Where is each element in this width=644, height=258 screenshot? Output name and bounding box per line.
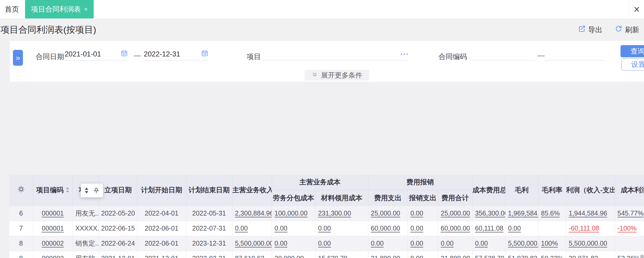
cost-total-link[interactable]: 356,300.00	[472, 206, 505, 221]
gross-link[interactable]: 5,500,000.00	[505, 236, 538, 251]
reimburse-link[interactable]: 0.00	[408, 221, 438, 236]
code-range-dash: —	[537, 51, 545, 60]
expense-link[interactable]: 25,000.00	[368, 206, 408, 221]
column-group-expense: 费用报销	[368, 175, 472, 190]
expense-link[interactable]: 60,000.00	[368, 221, 408, 236]
project-code-link[interactable]: 000002	[33, 236, 73, 251]
column-header-labor-cost[interactable]: 劳务分包成本	[272, 190, 315, 206]
column-header-expense[interactable]: 费用支出	[368, 190, 408, 206]
double-chevron-right-icon: »	[16, 53, 20, 62]
refresh-button[interactable]: 刷新	[615, 25, 639, 35]
cost-total-link[interactable]: 0.00	[472, 236, 505, 251]
gross-rate-link[interactable]: 59.32%	[538, 251, 566, 258]
expense-link[interactable]: 21,899.00	[368, 251, 408, 258]
expense-total-link[interactable]: 0.00	[438, 236, 472, 251]
profit-link[interactable]: 1,944,584.96	[566, 206, 615, 221]
expense-total-link[interactable]: 60,000.00	[438, 221, 472, 236]
column-header-plan-end[interactable]: 计划结束日期	[186, 175, 232, 206]
column-header-project-code[interactable]: 项目编码	[33, 175, 73, 206]
expense-total-link[interactable]: 25,000.00	[438, 206, 472, 221]
ellipsis-picker-icon[interactable]: ···	[400, 50, 409, 58]
revenue-link[interactable]: 87,610.62	[232, 251, 272, 258]
material-cost-link[interactable]: 231,300.00	[315, 206, 368, 221]
contract-date-to-input[interactable]: 2022-12-31	[144, 48, 208, 60]
cost-total-link[interactable]: 57,538.79	[472, 251, 505, 258]
cost-total-link[interactable]: 60,111.08	[472, 221, 505, 236]
gross-link[interactable]: 51,970.83	[505, 251, 538, 258]
query-button[interactable]: 查询	[621, 45, 644, 57]
project-code-link[interactable]: 000001	[33, 206, 73, 221]
revenue-link[interactable]: 5,500,000.00	[232, 236, 272, 251]
expand-more-conditions-button[interactable]: 展开更多条件	[305, 70, 369, 80]
cost-profit-rate-link[interactable]: 545.77%	[615, 206, 644, 221]
project-input[interactable]: ···	[262, 48, 409, 60]
calendar-icon[interactable]	[201, 50, 208, 59]
plan-end-cell: 2022-05-31	[186, 206, 232, 221]
profit-link[interactable]: -60,111.08	[566, 221, 615, 236]
close-icon: ×	[634, 3, 640, 15]
reimburse-link[interactable]: 0.00	[408, 251, 438, 258]
column-header-profit[interactable]: 利润（收入-支出）	[566, 175, 615, 206]
calendar-icon[interactable]	[121, 50, 128, 59]
contract-code-to-input[interactable]	[544, 48, 605, 60]
vertical-scrollbar-thumb[interactable]	[640, 255, 644, 258]
gear-icon[interactable]	[17, 187, 25, 194]
export-button[interactable]: 导出	[578, 25, 602, 35]
gross-rate-link	[538, 221, 566, 236]
sidebar-expand-button[interactable]: »	[13, 50, 23, 66]
column-header-cost-total[interactable]: 成本费用总额	[472, 175, 505, 206]
column-settings-header[interactable]	[9, 175, 33, 206]
cost-profit-rate-link[interactable]: -100%	[615, 221, 644, 236]
material-cost-link[interactable]: 15,639.79	[315, 251, 368, 258]
title-bar: 项目合同利润表(按项目) 导出 刷新	[0, 18, 644, 41]
cost-profit-rate-link[interactable]: 52.26%	[615, 251, 644, 258]
reimburse-link[interactable]: 0.00	[408, 236, 438, 251]
pin-icon[interactable]	[93, 187, 99, 194]
labor-cost-link[interactable]: 100,000.00	[272, 206, 315, 221]
expense-link[interactable]: 0.00	[368, 236, 408, 251]
settings-button[interactable]: 设置	[622, 58, 644, 70]
refresh-label: 刷新	[625, 25, 639, 35]
profit-link[interactable]: 30,071.83	[566, 251, 615, 258]
column-group-main-cost: 主营业务成本	[272, 175, 368, 190]
sort-icon[interactable]	[84, 187, 89, 194]
window-close-button[interactable]: ×	[629, 2, 644, 17]
tab-active-project-profit[interactable]: 项目合同利润表 ×	[25, 0, 94, 18]
contract-date-from-input[interactable]: 2021-01-01	[65, 48, 128, 60]
project-code-link[interactable]: 000003	[33, 251, 73, 258]
labor-cost-link[interactable]: 0.00	[272, 236, 315, 251]
column-header-gross[interactable]: 毛利	[505, 175, 538, 206]
project-code-link[interactable]: 000001	[33, 221, 73, 236]
tab-close-icon[interactable]: ×	[84, 6, 88, 13]
expense-total-link[interactable]: 21,899.00	[438, 251, 472, 258]
title-actions: 导出 刷新	[578, 18, 639, 41]
gross-rate-link[interactable]: 100%	[538, 236, 566, 251]
column-header-gross-rate[interactable]: 毛利率	[538, 175, 566, 206]
column-header-revenue[interactable]: 主营业务收入	[232, 175, 272, 206]
column-tools-popover	[81, 184, 103, 197]
column-header-approval-date[interactable]: 立项日期	[99, 175, 137, 206]
revenue-link[interactable]: 0.00	[232, 221, 272, 236]
sort-icon[interactable]	[66, 187, 69, 195]
gross-link[interactable]: 1,969,584.96	[505, 206, 538, 221]
column-header-plan-start[interactable]: 计划开始日期	[137, 175, 186, 206]
revenue-link[interactable]: 2,300,884.96	[232, 206, 272, 221]
column-header-reimburse[interactable]: 报销支出	[408, 190, 438, 206]
reimburse-link[interactable]: 0.00	[408, 206, 438, 221]
gross-rate-link[interactable]: 85.6%	[538, 206, 566, 221]
gross-link[interactable]: 0.00	[505, 221, 538, 236]
column-header-expense-total[interactable]: 费用合计	[438, 190, 472, 206]
column-header-cost-profit-rate[interactable]: 成本利润率	[615, 175, 644, 206]
labor-cost-link[interactable]: 0.00	[272, 221, 315, 236]
column-header-material-cost[interactable]: 材料领用成本	[315, 190, 368, 206]
material-cost-link[interactable]: 0.00	[315, 236, 368, 251]
table-row: 7000001XXXXX...2022-06-152022-06-012022-…	[9, 221, 644, 236]
material-cost-link[interactable]: 0.00	[315, 221, 368, 236]
project-name-cell: 销售定...	[73, 236, 99, 251]
contract-date-from-value: 2021-01-01	[65, 50, 101, 58]
profit-link[interactable]: 5,500,000.00	[566, 236, 615, 251]
contract-code-from-input[interactable]	[470, 48, 535, 60]
labor-cost-link[interactable]: 20,000.00	[272, 251, 315, 258]
tab-home[interactable]: 首页	[0, 0, 24, 18]
row-index: 9	[9, 251, 33, 258]
